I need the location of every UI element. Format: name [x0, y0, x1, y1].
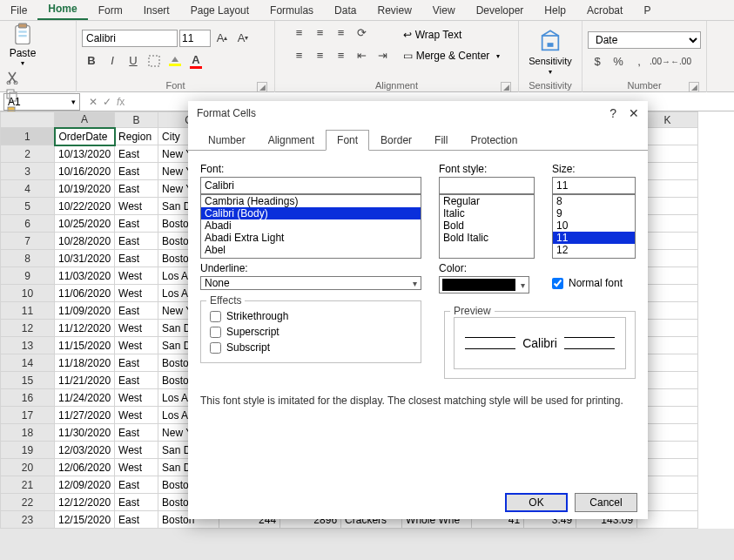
cell[interactable]: 11/12/2020: [55, 320, 115, 337]
increase-decimal-icon[interactable]: .00→: [650, 52, 670, 71]
dlg-tab-number[interactable]: Number: [197, 130, 257, 151]
cancel-formula-icon[interactable]: ✕: [89, 96, 98, 108]
font-opt[interactable]: Cambria (Headings): [201, 195, 421, 207]
cell[interactable]: 12/09/2020: [55, 476, 115, 494]
subscript-check[interactable]: Subscript: [210, 341, 412, 354]
size-opt[interactable]: 10: [553, 219, 635, 232]
dlg-tab-border[interactable]: Border: [369, 130, 423, 151]
row-header[interactable]: 5: [1, 198, 55, 215]
font-style-input[interactable]: [439, 177, 535, 194]
cell[interactable]: OrderDate: [55, 128, 115, 145]
row-header[interactable]: 12: [1, 320, 55, 337]
align-top-icon[interactable]: ≡: [290, 23, 309, 42]
row-header[interactable]: 4: [1, 180, 55, 198]
tab-acrobat[interactable]: Acrobat: [576, 1, 633, 20]
size-opt[interactable]: 11: [553, 232, 635, 244]
style-opt[interactable]: Bold Italic: [440, 232, 534, 244]
number-launcher[interactable]: ◢: [689, 82, 699, 92]
cut-icon[interactable]: [5, 71, 19, 84]
cell[interactable]: 11/18/2020: [55, 354, 115, 372]
cell[interactable]: 12/03/2020: [55, 442, 115, 459]
select-all-corner[interactable]: [1, 112, 55, 128]
tab-more[interactable]: P: [633, 1, 661, 20]
size-opt[interactable]: 9: [553, 207, 635, 219]
number-format-selector[interactable]: Date: [588, 31, 701, 49]
merge-center-button[interactable]: ▭Merge & Center▾: [400, 47, 504, 64]
cell[interactable]: East: [115, 494, 158, 511]
tab-review[interactable]: Review: [367, 1, 421, 20]
tab-page-layout[interactable]: Page Layout: [180, 1, 259, 20]
increase-indent-icon[interactable]: ⇥: [374, 45, 393, 64]
font-opt[interactable]: Calibri (Body): [201, 207, 421, 219]
dlg-tab-font[interactable]: Font: [326, 130, 369, 151]
name-box[interactable]: A1▾: [3, 93, 80, 111]
cell[interactable]: 10/28/2020: [55, 233, 115, 250]
cell[interactable]: East: [115, 372, 158, 389]
row-header[interactable]: 10: [1, 285, 55, 302]
font-opt[interactable]: Abel: [201, 244, 421, 256]
size-opt[interactable]: 14: [553, 256, 635, 259]
close-icon[interactable]: ✕: [629, 106, 639, 120]
cell[interactable]: West: [115, 198, 158, 215]
row-header[interactable]: 18: [1, 424, 55, 442]
dlg-tab-protection[interactable]: Protection: [459, 130, 529, 151]
wrap-text-button[interactable]: ↩Wrap Text: [400, 26, 504, 44]
row-header[interactable]: 20: [1, 459, 55, 476]
cell[interactable]: 12/15/2020: [55, 511, 115, 529]
align-bottom-icon[interactable]: ≡: [332, 23, 351, 42]
tab-data[interactable]: Data: [324, 1, 367, 20]
percent-icon[interactable]: %: [609, 52, 628, 71]
cell[interactable]: West: [115, 320, 158, 337]
cell[interactable]: West: [115, 459, 158, 476]
border-button[interactable]: [145, 51, 164, 71]
cell[interactable]: 11/24/2020: [55, 389, 115, 407]
dlg-tab-fill[interactable]: Fill: [423, 130, 459, 151]
cell[interactable]: East: [115, 215, 158, 233]
tab-developer[interactable]: Developer: [466, 1, 535, 20]
increase-font-icon[interactable]: A▴: [212, 29, 232, 48]
decrease-decimal-icon[interactable]: ←.00: [671, 52, 690, 71]
cell[interactable]: East: [115, 163, 158, 180]
cell[interactable]: West: [115, 285, 158, 302]
underline-button[interactable]: U: [124, 51, 143, 71]
row-header[interactable]: 16: [1, 389, 55, 407]
row-header[interactable]: 9: [1, 267, 55, 285]
row-header[interactable]: 22: [1, 494, 55, 511]
align-right-icon[interactable]: ≡: [332, 45, 351, 64]
font-color-button[interactable]: A: [186, 51, 205, 71]
tab-formulas[interactable]: Formulas: [259, 1, 324, 20]
row-header[interactable]: 6: [1, 215, 55, 233]
row-header[interactable]: 23: [1, 511, 55, 529]
align-center-icon[interactable]: ≡: [311, 45, 330, 64]
cell[interactable]: 10/25/2020: [55, 215, 115, 233]
row-header[interactable]: 15: [1, 372, 55, 389]
cell[interactable]: 12/12/2020: [55, 494, 115, 511]
align-middle-icon[interactable]: ≡: [311, 23, 330, 42]
font-opt[interactable]: Abadi: [201, 219, 421, 232]
cell[interactable]: East: [115, 233, 158, 250]
bold-button[interactable]: B: [82, 51, 101, 71]
cell[interactable]: East: [115, 424, 158, 442]
cancel-button[interactable]: Cancel: [575, 493, 637, 512]
font-opt[interactable]: Abril Fatface: [201, 256, 421, 259]
tab-insert[interactable]: Insert: [133, 1, 180, 20]
underline-select[interactable]: None: [200, 276, 421, 290]
fx-icon[interactable]: fx: [117, 96, 125, 108]
cell[interactable]: East: [115, 145, 158, 163]
decrease-font-icon[interactable]: A▾: [233, 29, 253, 48]
row-header[interactable]: 7: [1, 233, 55, 250]
row-header[interactable]: 2: [1, 145, 55, 163]
cell[interactable]: 11/21/2020: [55, 372, 115, 389]
cell[interactable]: East: [115, 302, 158, 320]
row-header[interactable]: 1: [1, 128, 55, 145]
cell[interactable]: East: [115, 476, 158, 494]
cell[interactable]: 10/13/2020: [55, 145, 115, 163]
cell[interactable]: 11/15/2020: [55, 337, 115, 354]
cell[interactable]: 10/22/2020: [55, 198, 115, 215]
cell[interactable]: 10/31/2020: [55, 250, 115, 267]
font-name-input[interactable]: [200, 177, 421, 194]
cell[interactable]: East: [115, 354, 158, 372]
tab-file[interactable]: File: [0, 1, 37, 20]
decrease-indent-icon[interactable]: ⇤: [353, 45, 372, 64]
cell[interactable]: 10/19/2020: [55, 180, 115, 198]
